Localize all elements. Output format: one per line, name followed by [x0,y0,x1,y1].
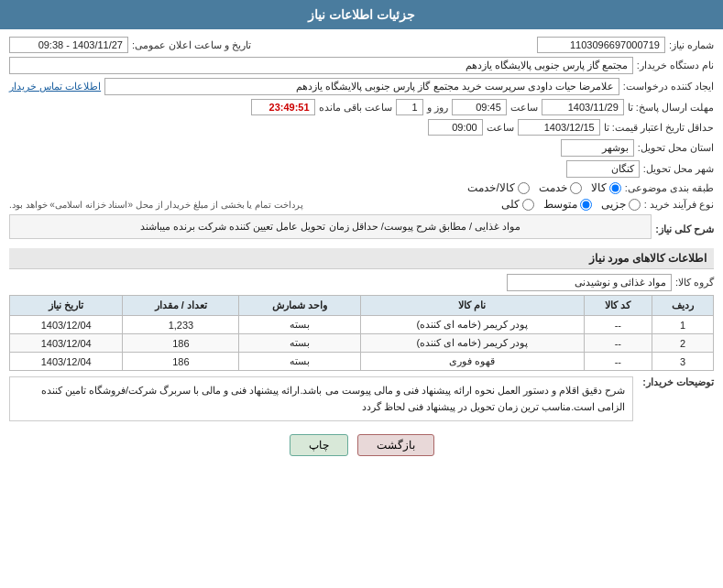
row-ijad: ایجاد کننده درخواست: علامرضا حیات داودی … [9,78,714,95]
items-table: ردیف کد کالا نام کالا واحد شمارش تعداد /… [9,295,714,371]
tabaqa-option-kala-khedmat: کالا/خدمت [467,181,529,194]
tabaqa-option-khedmat: خدمت [539,181,582,194]
tabaqa-radio-khedmat[interactable] [570,182,582,194]
hadale-time: 09:00 [428,119,483,136]
notes-label: توضیحات خریدار: [642,376,714,388]
nooh-note: پرداخت تمام یا بخشی از مبلغ خریدار از مح… [9,200,303,210]
hadale-label: حداقل تاریخ اعتبار قیمت: تا [604,122,714,134]
tabaqa-option-kala: کالا [591,181,621,194]
row-nam-dastgah: نام دستگاه خریدار: مجتمع گاز پارس جنوبی … [9,57,714,74]
nam-dastgah-value: مجتمع گاز پارس جنوبی پالایشگاه یازدهم [9,57,633,74]
tabaqa-radio-kala-khedmat[interactable] [518,182,530,194]
nooh-motavasset-label: متوسط [543,198,577,211]
page-wrapper: جزئیات اطلاعات نیاز شماره نیاز: 11030966… [0,0,723,588]
mohlet-label: مهلت ارسال پاسخ: تا [628,102,714,114]
cell-tarikh: 1403/12/04 [10,334,123,353]
hadale-date: 1403/12/15 [518,119,600,136]
cell-radif: 3 [652,353,713,371]
row-gorooh: گروه کالا: مواد غذائی و نوشیدنی [9,274,714,291]
tabaqa-kala-label: کالا [591,181,607,194]
mohlet-mande-value: 23:49:51 [251,99,315,115]
cell-kod: -- [584,316,652,334]
mohlet-roz-label: روز و [427,102,448,114]
tabaqa-radio-kala[interactable] [609,182,621,194]
nooh-radio-koli[interactable] [522,199,534,211]
hadale-time-label: ساعت [487,122,514,134]
cell-kod: -- [584,353,652,371]
mohlet-date: 1403/11/29 [542,99,624,115]
nooh-option-koli: کلی [501,198,534,211]
row-notes: توضیحات خریدار: شرح دقیق اقلام و دستور ا… [9,376,714,427]
notes-value: شرح دقیق اقلام و دستور العمل نحوه ارائه … [9,376,633,421]
ostan-label: استان محل تحویل: [638,142,714,154]
sharh-value: مواد غذایی / مطابق شرح پیوست/ حداقل زمان… [9,214,652,239]
print-button[interactable]: چاپ [290,434,348,456]
mohlet-roz-value: 1 [396,99,423,115]
cell-radif: 2 [652,334,713,353]
row-shahr: شهر محل تحویل: کنگان [9,160,714,178]
cell-tedad: 186 [123,334,239,353]
cell-tarikh: 1403/12/04 [10,316,123,334]
table-header-row: ردیف کد کالا نام کالا واحد شمارش تعداد /… [10,296,714,316]
nam-dastgah-label: نام دستگاه خریدار: [637,60,714,71]
row-ostan: استان محل تحویل: بوشهر [9,139,714,157]
mohlet-time-label: ساعت [510,102,538,114]
col-tarikh: تاریخ نیاز [10,296,123,316]
nooh-jozi-label: جزیی [601,198,626,211]
nooh-label: نوع فرآیند خرید : [644,199,714,211]
cell-name: قهوه فوری [360,353,584,371]
cell-tedad: 1,233 [123,316,239,334]
mohlet-time: 09:45 [452,99,507,115]
col-kod: کد کالا [584,296,652,316]
kalaha-title: اطلاعات کالاهای مورد نیاز [9,248,714,269]
shahr-label: شهر محل تحویل: [643,163,714,175]
tabaqa-radio-group: کالا خدمت کالا/خدمت [467,181,620,194]
cell-radif: 1 [652,316,713,334]
tabaqa-kala-khedmat-label: کالا/خدمت [467,181,514,194]
col-name: نام کالا [360,296,584,316]
row-shomara: شماره نیاز: 1103096697000719 تاریخ و ساع… [9,37,714,53]
nooh-radio-motavasset[interactable] [580,199,592,211]
row-tabaqa: طبقه بندی موضوعی: کالا خدمت کالا/خدمت [9,181,714,194]
button-row: بازگشت چاپ [9,434,714,456]
row-mohlet: مهلت ارسال پاسخ: تا 1403/11/29 ساعت 09:4… [9,99,714,115]
shomara-value: 1103096697000719 [537,37,665,53]
col-vahed: واحد شمارش [239,296,360,316]
nooh-option-jozi: جزیی [601,198,641,211]
page-header: جزئیات اطلاعات نیاز [0,0,723,29]
nooh-radio-jozi[interactable] [629,199,641,211]
table-row: 3 -- قهوه فوری بسته 186 1403/12/04 [10,353,714,371]
ijad-label: ایجاد کننده درخواست: [623,81,714,93]
cell-vahed: بسته [239,353,360,371]
tabaqa-khedmat-label: خدمت [539,181,567,194]
sharh-label: شرح کلی نیاز: [655,223,714,235]
tabaqa-label: طبقه بندی موضوعی: [625,182,714,194]
row-sharh: شرح کلی نیاز: مواد غذایی / مطابق شرح پیو… [9,214,714,245]
back-button[interactable]: بازگشت [357,434,434,456]
shomara-label: شماره نیاز: [669,39,714,51]
tarikh-value: 1403/11/27 - 09:38 [9,37,128,53]
gorooh-value: مواد غذائی و نوشیدنی [507,274,672,291]
nooh-option-motavasset: متوسط [543,198,592,211]
cell-vahed: بسته [239,334,360,353]
cell-name: پودر کریمر (خامه ای کننده) [360,316,584,334]
row-hadale: حداقل تاریخ اعتبار قیمت: تا 1403/12/15 س… [9,119,714,136]
cell-vahed: بسته [239,316,360,334]
tarikh-label: تاریخ و ساعت اعلان عمومی: [132,39,251,51]
table-row: 2 -- پودر کریمر (خامه ای کننده) بسته 186… [10,334,714,353]
gorooh-label: گروه کالا: [675,277,714,289]
mohlet-mande-label: ساعت باقی مانده [319,102,392,114]
table-row: 1 -- پودر کریمر (خامه ای کننده) بسته 1,2… [10,316,714,334]
contact-link[interactable]: اطلاعات تماس خریدار [9,81,101,93]
ijad-value: علامرضا حیات داودی سرپرست خرید مجتمع گاز… [104,78,619,95]
nooh-koli-label: کلی [501,198,520,211]
main-content: شماره نیاز: 1103096697000719 تاریخ و ساع… [0,29,723,471]
cell-tarikh: 1403/12/04 [10,353,123,371]
ostan-value: بوشهر [561,139,634,157]
cell-kod: -- [584,334,652,353]
nooh-radio-group: جزیی متوسط کلی [501,198,641,211]
page-title: جزئیات اطلاعات نیاز [308,7,415,22]
row-nooh: نوع فرآیند خرید : جزیی متوسط کلی پرداخت … [9,198,714,211]
col-tedad: تعداد / مقدار [123,296,239,316]
cell-name: پودر کریمر (خامه ای کننده) [360,334,584,353]
